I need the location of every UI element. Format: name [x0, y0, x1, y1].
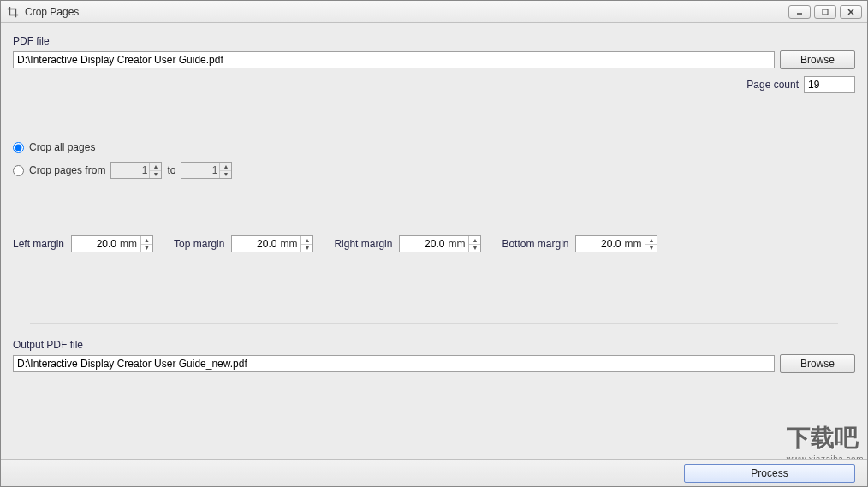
chevron-up-icon[interactable]: ▲	[469, 236, 480, 245]
titlebar: Crop Pages	[1, 1, 867, 23]
unit-label: mm	[622, 238, 645, 250]
right-margin-input[interactable]	[400, 236, 446, 252]
close-button[interactable]	[840, 5, 862, 19]
chevron-down-icon[interactable]: ▼	[301, 245, 312, 252]
chevron-up-icon[interactable]: ▲	[645, 236, 657, 245]
page-from-input	[111, 163, 149, 178]
maximize-button[interactable]	[814, 5, 836, 19]
chevron-down-icon: ▼	[150, 171, 161, 179]
crop-from-label: Crop pages from	[29, 164, 105, 176]
page-count-field[interactable]	[804, 76, 855, 93]
top-margin-input[interactable]	[232, 236, 278, 252]
left-margin-label: Left margin	[13, 238, 64, 250]
bottom-margin-stepper[interactable]: mm ▲▼	[575, 235, 657, 252]
svg-rect-1	[823, 9, 828, 15]
left-margin-stepper[interactable]: mm ▲▼	[71, 235, 153, 252]
output-file-label: Output PDF file	[13, 339, 855, 351]
to-label: to	[167, 164, 175, 176]
watermark-text: 下载吧	[787, 425, 859, 451]
watermark: 下载吧 www.xiazaiba.com	[787, 422, 864, 464]
minimize-button[interactable]	[788, 5, 811, 19]
crop-icon	[6, 5, 20, 19]
pdf-file-label: PDF file	[13, 35, 855, 47]
top-margin-stepper[interactable]: mm ▲▼	[231, 235, 313, 252]
unit-label: mm	[446, 238, 468, 250]
chevron-down-icon[interactable]: ▼	[141, 245, 152, 252]
page-from-stepper[interactable]: ▲▼	[110, 162, 162, 179]
top-margin-label: Top margin	[174, 238, 224, 250]
unit-label: mm	[118, 238, 140, 250]
chevron-down-icon: ▼	[220, 171, 231, 179]
right-margin-stepper[interactable]: mm ▲▼	[399, 235, 481, 252]
process-button[interactable]: Process	[684, 464, 855, 483]
page-to-input	[181, 163, 219, 178]
page-to-stepper[interactable]: ▲▼	[181, 162, 232, 179]
footer: Process	[1, 459, 867, 486]
bottom-margin-input[interactable]	[576, 236, 622, 252]
chevron-up-icon: ▲	[150, 163, 161, 171]
chevron-down-icon[interactable]: ▼	[469, 245, 480, 252]
output-path-input[interactable]	[13, 355, 775, 372]
window-title: Crop Pages	[25, 6, 79, 18]
chevron-up-icon: ▲	[220, 163, 231, 171]
left-margin-input[interactable]	[72, 236, 118, 252]
chevron-down-icon[interactable]: ▼	[645, 245, 657, 252]
page-count-label: Page count	[746, 79, 799, 91]
right-margin-label: Right margin	[334, 238, 392, 250]
browse-input-button[interactable]: Browse	[780, 50, 855, 69]
pdf-path-input[interactable]	[13, 51, 775, 68]
divider	[30, 323, 838, 324]
crop-range-radio[interactable]	[13, 165, 24, 176]
unit-label: mm	[278, 238, 300, 250]
bottom-margin-label: Bottom margin	[502, 238, 568, 250]
crop-all-label: Crop all pages	[29, 141, 95, 153]
chevron-up-icon[interactable]: ▲	[141, 236, 152, 245]
crop-all-radio[interactable]	[13, 142, 24, 153]
chevron-up-icon[interactable]: ▲	[301, 236, 312, 245]
browse-output-button[interactable]: Browse	[780, 354, 855, 373]
